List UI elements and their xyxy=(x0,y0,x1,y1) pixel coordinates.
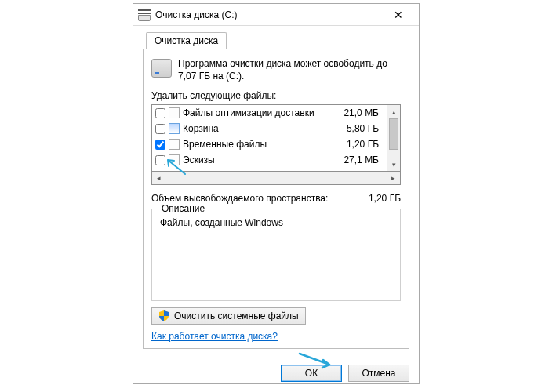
total-label: Объем высвобождаемого пространства: xyxy=(151,193,328,204)
tab-disk-cleanup[interactable]: Очистка диска xyxy=(146,32,227,49)
shield-icon xyxy=(158,310,169,321)
ok-label: ОК xyxy=(305,368,318,379)
clean-system-files-label: Очистить системные файлы xyxy=(174,310,299,321)
window-title: Очистка диска (C:) xyxy=(155,9,383,20)
file-size: 1,20 ГБ xyxy=(347,139,384,150)
file-row[interactable]: Файлы оптимизации доставки21,0 МБ xyxy=(152,105,387,121)
file-row[interactable]: Эскизы27,1 МБ xyxy=(152,152,387,168)
drive-icon xyxy=(151,59,172,78)
scroll-track[interactable] xyxy=(387,150,400,158)
file-size: 27,1 МБ xyxy=(344,154,384,165)
tab-strip: Очистка диска xyxy=(143,32,409,49)
ok-button[interactable]: ОК xyxy=(281,365,342,382)
help-link[interactable]: Как работает очистка диска? xyxy=(151,331,278,342)
clean-system-files-button[interactable]: Очистить системные файлы xyxy=(151,307,306,325)
description-legend: Описание xyxy=(158,203,208,214)
file-name: Корзина xyxy=(183,123,344,134)
description-text: Файлы, созданные Windows xyxy=(160,217,392,228)
file-icon xyxy=(169,139,180,150)
description-group: Описание Файлы, созданные Windows xyxy=(151,209,401,301)
intro-row: Программа очистки диска может освободить… xyxy=(151,57,401,82)
file-checkbox[interactable] xyxy=(155,155,165,165)
dialog-window: Очистка диска (C:) ✕ Очистка диска Прогр… xyxy=(133,3,420,384)
client-area: Очистка диска Программа очистки диска мо… xyxy=(133,26,419,357)
file-icon xyxy=(169,107,180,118)
total-value: 1,20 ГБ xyxy=(369,193,401,204)
file-name: Временные файлы xyxy=(183,139,344,150)
file-checkbox[interactable] xyxy=(155,108,165,118)
file-checkbox[interactable] xyxy=(155,140,165,150)
file-name: Эскизы xyxy=(183,154,340,165)
file-row[interactable]: Временные файлы1,20 ГБ xyxy=(152,136,387,152)
scroll-down-icon[interactable]: ▾ xyxy=(387,158,400,171)
close-icon: ✕ xyxy=(394,9,403,21)
cancel-button[interactable]: Отмена xyxy=(348,365,409,382)
horizontal-scrollbar[interactable]: ◂ ▸ xyxy=(151,172,401,185)
scroll-left-icon[interactable]: ◂ xyxy=(152,172,165,184)
file-checkbox[interactable] xyxy=(155,124,165,134)
recycle-bin-icon xyxy=(169,123,180,134)
file-size: 21,0 МБ xyxy=(344,107,384,118)
close-button[interactable]: ✕ xyxy=(383,4,414,25)
file-row[interactable]: Корзина5,80 ГБ xyxy=(152,121,387,136)
file-size: 5,80 ГБ xyxy=(347,123,384,134)
scroll-up-icon[interactable]: ▴ xyxy=(387,105,400,118)
disk-cleanup-icon xyxy=(138,9,151,21)
files-listbox[interactable]: Файлы оптимизации доставки21,0 МБКорзина… xyxy=(151,104,401,172)
scroll-thumb[interactable] xyxy=(389,118,398,150)
tab-panel: Программа очистки диска может освободить… xyxy=(143,49,409,349)
files-list-rows: Файлы оптимизации доставки21,0 МБКорзина… xyxy=(152,105,387,171)
files-list-label: Удалить следующие файлы: xyxy=(151,90,401,101)
file-name: Файлы оптимизации доставки xyxy=(183,107,340,118)
intro-text: Программа очистки диска может освободить… xyxy=(178,57,401,82)
scroll-right-icon[interactable]: ▸ xyxy=(387,172,400,184)
dialog-buttons: ОК Отмена xyxy=(133,357,419,382)
cancel-label: Отмена xyxy=(362,368,395,379)
file-icon xyxy=(169,154,180,165)
total-row: Объем высвобождаемого пространства: 1,20… xyxy=(151,193,401,204)
titlebar: Очистка диска (C:) ✕ xyxy=(133,4,419,26)
vertical-scrollbar[interactable]: ▴ ▾ xyxy=(387,105,400,171)
